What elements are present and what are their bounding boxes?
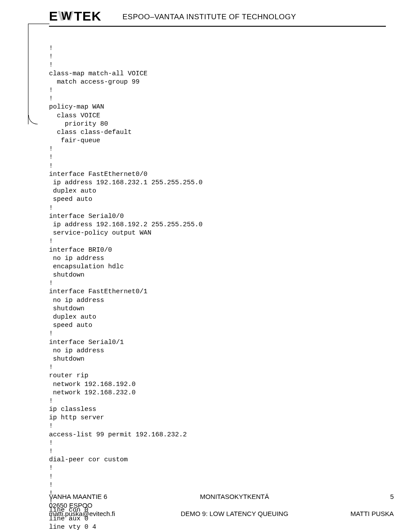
header-rule bbox=[49, 26, 386, 27]
config-listing: ! ! ! class-map match-all VOICE match ac… bbox=[49, 44, 394, 530]
institute-name: ESPOO–VANTAA INSTITUTE OF TECHNOLOGY bbox=[122, 13, 296, 21]
footer-row-2: 02650 ESPOO bbox=[49, 501, 394, 510]
page-footer: VANHA MAANTIE 6 MONITASOKYTKENTÄ 5 02650… bbox=[49, 492, 394, 518]
logo-letter-e: E bbox=[49, 9, 58, 24]
logo-w-front: W bbox=[61, 10, 72, 22]
footer-author: MATTI PUSKA bbox=[315, 509, 394, 518]
footer-address-line1: VANHA MAANTIE 6 bbox=[49, 492, 154, 501]
footer-blank-right bbox=[315, 501, 394, 510]
page-header: E W W TEK ESPOO–VANTAA INSTITUTE OF TECH… bbox=[0, 0, 420, 27]
logo-letter-w: W W bbox=[58, 8, 74, 24]
footer-page-number: 5 bbox=[315, 492, 394, 501]
footer-row-1: VANHA MAANTIE 6 MONITASOKYTKENTÄ 5 bbox=[49, 492, 394, 501]
content-area: ! ! ! class-map match-all VOICE match ac… bbox=[0, 27, 420, 530]
footer-doc-title: MONITASOKYTKENTÄ bbox=[154, 492, 315, 501]
footer-blank-center bbox=[154, 501, 315, 510]
footer-doc-subtitle: DEMO 9: LOW LATENCY QUEUING bbox=[154, 509, 315, 518]
logo: E W W TEK bbox=[49, 8, 102, 24]
footer-email: matti.puska@evitech.fi bbox=[49, 509, 154, 518]
header-row: E W W TEK ESPOO–VANTAA INSTITUTE OF TECH… bbox=[49, 8, 394, 24]
page: E W W TEK ESPOO–VANTAA INSTITUTE OF TECH… bbox=[0, 0, 420, 530]
logo-letter-tek: TEK bbox=[74, 9, 102, 24]
side-margin-rule bbox=[28, 24, 29, 124]
footer-row-3: matti.puska@evitech.fi DEMO 9: LOW LATEN… bbox=[49, 509, 394, 518]
footer-address-line2: 02650 ESPOO bbox=[49, 501, 154, 510]
